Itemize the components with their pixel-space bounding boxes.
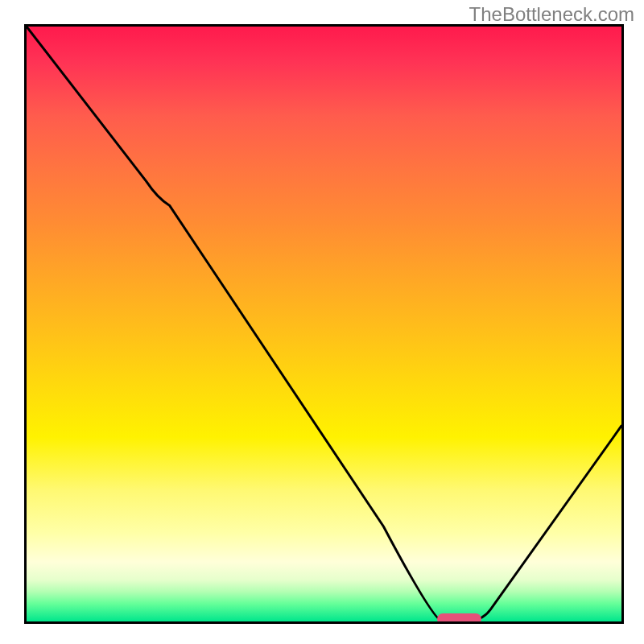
watermark-text: TheBottleneck.com <box>469 3 634 26</box>
bottleneck-curve-path <box>27 27 621 621</box>
optimal-marker <box>437 613 481 624</box>
chart-frame <box>24 24 624 624</box>
chart-curve-svg <box>27 27 621 621</box>
